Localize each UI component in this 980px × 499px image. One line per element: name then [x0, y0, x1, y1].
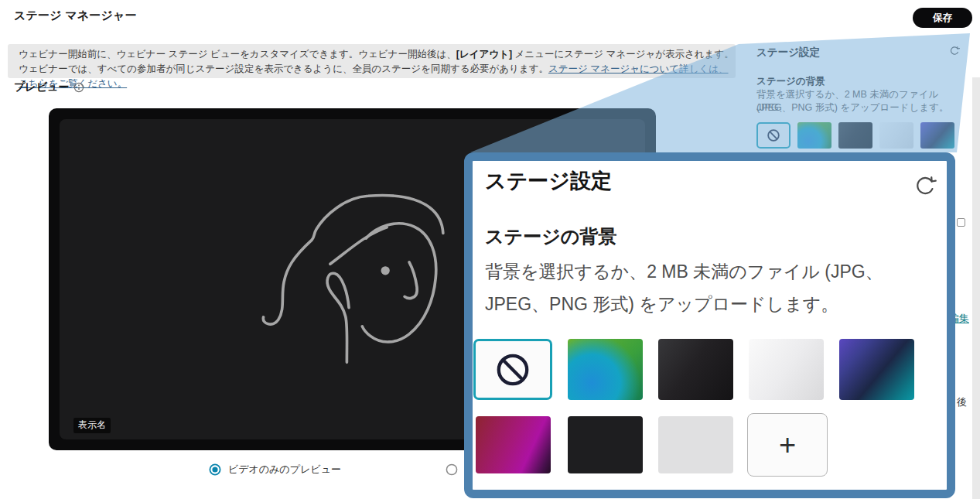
display-name-badge: 表示名 — [73, 418, 111, 433]
preview-label-row: プレビュー — [14, 80, 84, 94]
background-light-gray-thumbnail[interactable] — [658, 416, 733, 473]
panel-description-line2: JPEG、PNG 形式) をアップロードします。 — [756, 101, 948, 114]
add-background-button[interactable]: + — [747, 413, 828, 477]
background-green-blue-thumbnail[interactable] — [797, 122, 831, 149]
background-light-thumbnail[interactable] — [749, 339, 824, 400]
background-charcoal-thumbnail[interactable] — [658, 339, 733, 400]
save-button[interactable]: 保存 — [913, 8, 972, 28]
banner-line1-bold: [レイアウト] — [456, 49, 512, 60]
page-title: ステージ マネージャー — [14, 9, 137, 23]
radio-unselected-icon — [446, 463, 458, 476]
circle-slash-icon — [495, 352, 531, 388]
panel-title: ステージ設定 — [756, 46, 820, 60]
plus-icon: + — [779, 430, 796, 460]
background-green-blue-thumbnail[interactable] — [568, 339, 643, 400]
radio-video-only[interactable]: ビデオのみのプレビュー — [209, 463, 341, 477]
background-magenta-thumbnail[interactable] — [476, 416, 551, 473]
background-black-thumbnail[interactable] — [568, 416, 643, 473]
background-none-thumbnail[interactable] — [756, 122, 790, 149]
avatar-line-drawing-icon — [248, 186, 472, 418]
info-banner: ウェビナー開始前に、ウェビナー ステージ ビューをカスタマイズできます。ウェビナ… — [8, 44, 736, 78]
scroll-track[interactable] — [972, 77, 980, 499]
background-none-thumbnail[interactable] — [473, 339, 552, 400]
banner-line1: ウェビナー開始前に、ウェビナー ステージ ビューをカスタマイズできます。ウェビナ… — [19, 47, 736, 62]
radio-selected-icon — [209, 463, 221, 476]
circle-slash-icon — [767, 128, 780, 142]
refresh-icon[interactable] — [913, 175, 937, 198]
preview-label: プレビュー — [14, 80, 69, 94]
refresh-icon[interactable] — [949, 46, 960, 56]
checkbox-sliver[interactable] — [957, 218, 965, 227]
background-indigo-teal-thumbnail[interactable] — [839, 339, 914, 400]
background-charcoal-thumbnail[interactable] — [838, 122, 872, 149]
callout-description-line2: JPEG、PNG 形式) をアップロードします。 — [485, 292, 838, 316]
stage-settings-zoom-callout: ステージ設定 ステージの背景 背景を選択するか、2 MB 未満のファイル (JP… — [464, 152, 955, 498]
callout-description-line1: 背景を選択するか、2 MB 未満のファイル (JPG、 — [485, 260, 883, 284]
panel-section-heading: ステージの背景 — [756, 75, 825, 88]
background-indigo-teal-thumbnail[interactable] — [920, 122, 954, 149]
background-light-thumbnail[interactable] — [879, 122, 913, 149]
panel-text-sliver: 後 — [957, 395, 967, 409]
info-icon[interactable] — [73, 82, 84, 93]
banner-line2: ウェビナーでは、すべての参加者が同じステージ設定を表示できるように、全員のステー… — [19, 62, 736, 91]
stage-manager-screen: ステージ マネージャー 保存 ウェビナー開始前に、ウェビナー ステージ ビューを… — [0, 0, 980, 499]
callout-title: ステージ設定 — [485, 167, 612, 195]
callout-section-heading: ステージの背景 — [485, 224, 616, 249]
radio-video-only-label: ビデオのみのプレビュー — [228, 463, 341, 477]
